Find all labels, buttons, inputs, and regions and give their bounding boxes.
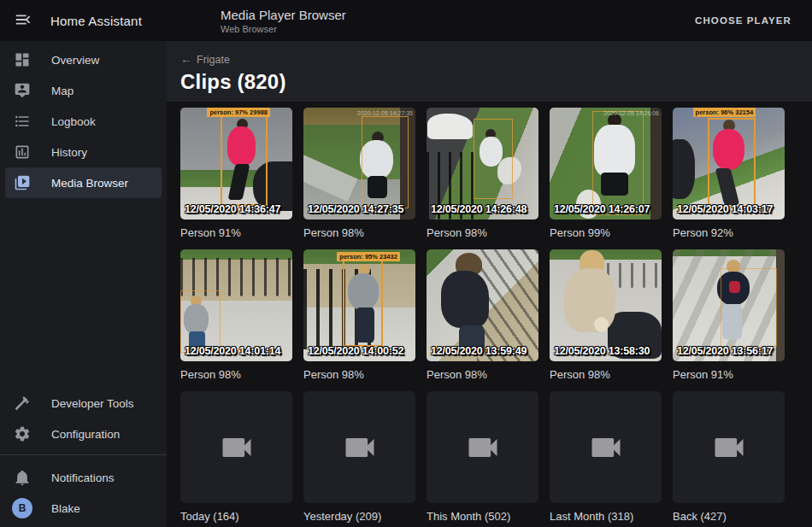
clip-thumbnail[interactable]: 12/05/2020 13:58:30 xyxy=(550,249,662,361)
clip-thumbnail[interactable]: person: 97% 29988 12/05/2020 14:36:47 xyxy=(180,108,292,220)
view-dashboard-icon xyxy=(14,51,31,68)
sidebar-item-label: Media Browser xyxy=(51,177,128,190)
clip-card[interactable]: person: 95% 23432 12/05/2020 14:00:52 Pe… xyxy=(303,249,415,381)
clip-caption: Person 98% xyxy=(303,226,415,239)
sidebar-item-label: Developer Tools xyxy=(51,397,134,410)
clip-timestamp: 12/05/2020 14:00:52 xyxy=(308,345,403,357)
detection-bbox xyxy=(221,114,268,207)
sidebar-item-overview[interactable]: Overview xyxy=(5,44,162,75)
detection-bbox xyxy=(343,257,383,347)
sidebar-item-history[interactable]: History xyxy=(5,137,162,167)
folder-thumbnail[interactable] xyxy=(180,391,292,503)
media-grid: person: 97% 29988 12/05/2020 14:36:47 Pe… xyxy=(167,102,812,523)
sidebar-item-label: Map xyxy=(51,85,74,97)
page-heading: Media Player Browser xyxy=(221,8,346,23)
app-header: Home Assistant Media Player Browser Web … xyxy=(0,0,812,41)
sidebar-item-configuration[interactable]: Configuration xyxy=(5,419,162,449)
clip-thumbnail[interactable]: 2020-12-05 14:26:06 12/05/2020 14:26:07 xyxy=(550,108,662,220)
app-title: Home Assistant xyxy=(50,14,142,28)
sidebar-item-label: Overview xyxy=(51,54,99,67)
camera-timestamp: 2020-12-05 14:27:35 xyxy=(357,110,413,116)
clip-thumbnail[interactable]: 12/05/2020 13:56:17 xyxy=(673,249,785,361)
breadcrumb-label: Frigate xyxy=(197,54,230,66)
clip-caption: Person 98% xyxy=(180,368,292,381)
clip-card[interactable]: person: 96% 32154 12/05/2020 14:03:17 Pe… xyxy=(673,108,785,239)
clip-thumbnail[interactable]: person: 95% 23432 12/05/2020 14:00:52 xyxy=(303,249,415,361)
clip-caption: Person 92% xyxy=(673,226,785,239)
play-box-multiple-icon xyxy=(14,174,31,191)
content-header: ← Frigate Clips (820) xyxy=(167,41,812,102)
page-subheading: Web Browser xyxy=(221,24,346,34)
clip-timestamp: 12/05/2020 14:01:14 xyxy=(185,345,280,357)
clip-card[interactable]: 12/05/2020 14:01:14 Person 98% xyxy=(180,249,292,381)
clip-caption: Person 98% xyxy=(427,368,538,381)
folder-card-last-month[interactable]: Last Month (318) xyxy=(550,391,662,523)
folder-label: Last Month (318) xyxy=(550,510,662,523)
detection-bbox xyxy=(180,290,221,352)
sidebar-item-label: Configuration xyxy=(51,428,120,441)
clip-timestamp: 12/05/2020 14:26:48 xyxy=(431,203,527,215)
folder-thumbnail[interactable] xyxy=(673,391,785,503)
detection-bbox xyxy=(362,116,409,208)
thumb-art xyxy=(303,151,357,201)
clip-thumbnail[interactable]: 12/05/2020 14:01:14 xyxy=(180,249,292,361)
folder-card-back[interactable]: Back (427) xyxy=(673,391,785,523)
video-icon xyxy=(710,429,748,466)
detection-bbox xyxy=(708,118,756,208)
clip-card[interactable]: 2020-12-05 14:27:35 12/05/2020 14:27:35 … xyxy=(303,108,415,239)
avatar: B xyxy=(12,498,32,518)
tooltip-account-icon xyxy=(14,82,31,99)
breadcrumb-back[interactable]: ← Frigate xyxy=(180,53,230,66)
clip-caption: Person 98% xyxy=(303,368,415,381)
folder-label: Today (164) xyxy=(180,510,292,523)
clip-card[interactable]: 12/05/2020 13:58:30 Person 98% xyxy=(550,249,662,381)
clip-caption: Person 91% xyxy=(673,368,785,381)
media-grid-container: person: 97% 29988 12/05/2020 14:36:47 Pe… xyxy=(167,102,812,527)
thumb-art xyxy=(594,317,609,332)
detection-label: person: 95% 23432 xyxy=(337,252,400,261)
video-icon xyxy=(341,429,379,466)
clip-thumbnail[interactable]: 12/05/2020 14:26:48 xyxy=(427,108,538,220)
folder-thumbnail[interactable] xyxy=(550,391,662,503)
folder-thumbnail[interactable] xyxy=(427,391,538,503)
sidebar-item-logbook[interactable]: Logbook xyxy=(5,106,162,137)
clip-timestamp: 12/05/2020 14:27:35 xyxy=(308,203,403,215)
clip-timestamp: 12/05/2020 13:58:30 xyxy=(554,345,650,357)
list-bulleted-icon xyxy=(14,113,31,130)
sidebar-item-map[interactable]: Map xyxy=(5,75,162,106)
clip-timestamp: 12/05/2020 14:26:07 xyxy=(554,203,650,215)
clip-caption: Person 98% xyxy=(427,226,538,239)
clip-thumbnail[interactable]: 2020-12-05 14:27:35 12/05/2020 14:27:35 xyxy=(303,108,415,220)
clip-card[interactable]: 12/05/2020 13:56:17 Person 91% xyxy=(673,249,785,381)
sidebar-item-label: Logbook xyxy=(51,115,96,128)
clip-card[interactable]: 2020-12-05 14:26:06 12/05/2020 14:26:07 … xyxy=(550,108,662,239)
folder-card-this-month[interactable]: This Month (502) xyxy=(427,391,538,523)
clip-caption: Person 91% xyxy=(180,226,292,239)
sidebar-item-profile[interactable]: B Blake xyxy=(5,493,162,524)
choose-player-button[interactable]: CHOOSE PLAYER xyxy=(688,9,798,32)
clip-card[interactable]: person: 97% 29988 12/05/2020 14:36:47 Pe… xyxy=(180,108,292,239)
gear-icon xyxy=(14,425,31,442)
clip-card[interactable]: 12/05/2020 14:26:48 Person 98% xyxy=(427,108,538,239)
detection-bbox xyxy=(721,268,777,347)
folder-label: Yesterday (209) xyxy=(303,510,415,523)
video-icon xyxy=(587,429,625,466)
sidebar-item-developer-tools[interactable]: Developer Tools xyxy=(5,388,162,419)
folder-card-today[interactable]: Today (164) xyxy=(180,391,292,523)
folder-card-yesterday[interactable]: Yesterday (209) xyxy=(303,391,415,523)
clip-timestamp: 12/05/2020 13:59:49 xyxy=(431,345,527,357)
clip-caption: Person 98% xyxy=(550,368,662,381)
sidebar: Overview Map Logbook History Media Brows… xyxy=(0,41,167,527)
folder-label: Back (427) xyxy=(673,510,785,523)
video-icon xyxy=(464,429,502,466)
clip-caption: Person 99% xyxy=(550,226,662,239)
sidebar-item-media-browser[interactable]: Media Browser xyxy=(5,167,162,198)
menu-open-icon[interactable] xyxy=(14,10,34,31)
sidebar-item-notifications[interactable]: Notifications xyxy=(5,462,162,493)
clip-card[interactable]: 12/05/2020 13:59:49 Person 98% xyxy=(427,249,538,381)
folder-thumbnail[interactable] xyxy=(303,391,415,503)
clip-timestamp: 12/05/2020 13:56:17 xyxy=(677,345,773,357)
thumb-art xyxy=(441,271,489,328)
clip-thumbnail[interactable]: person: 96% 32154 12/05/2020 14:03:17 xyxy=(673,108,785,220)
clip-thumbnail[interactable]: 12/05/2020 13:59:49 xyxy=(427,249,538,361)
